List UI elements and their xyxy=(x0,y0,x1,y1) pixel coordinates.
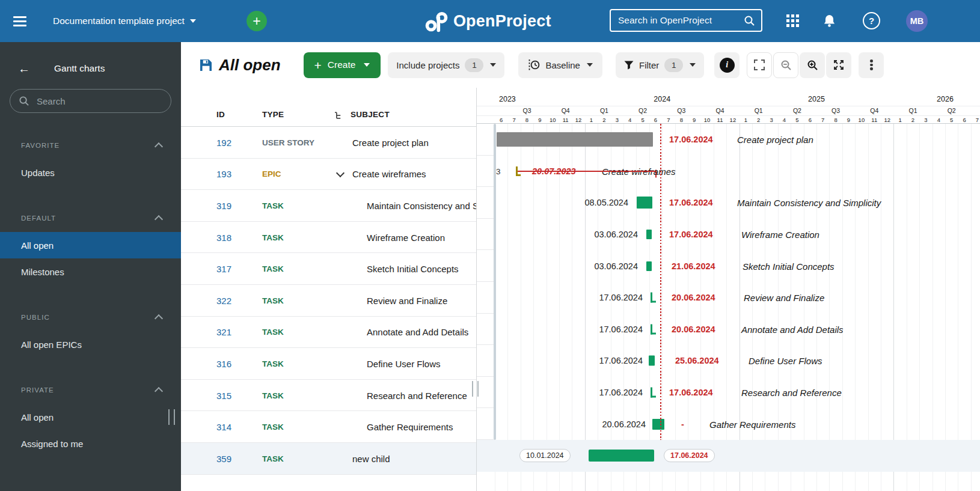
work-package-id-link[interactable]: 315 xyxy=(216,390,231,400)
gantt-row[interactable]: 17.06.2024Create project plan xyxy=(477,124,980,156)
sidebar-item-updates[interactable]: Updates xyxy=(0,159,181,186)
table-gantt-splitter-handle[interactable] xyxy=(472,381,479,397)
zoom-in-button[interactable] xyxy=(800,52,825,78)
work-package-subject[interactable]: Maintain Consistency and Simplicity xyxy=(367,200,476,210)
work-package-id-link[interactable]: 359 xyxy=(216,453,231,463)
save-icon[interactable] xyxy=(200,59,212,71)
gantt-date-chip[interactable]: 10.01.2024 xyxy=(519,449,571,462)
gantt-bar[interactable] xyxy=(637,197,652,209)
baseline-button[interactable]: Baseline xyxy=(518,52,602,78)
table-row[interactable]: 318TASKWireframe Creation xyxy=(181,222,476,254)
sidebar-item-all-open-private[interactable]: All open xyxy=(0,404,181,430)
zoom-out-button[interactable] xyxy=(773,52,798,78)
work-package-id-link[interactable]: 319 xyxy=(216,200,231,210)
table-row[interactable]: 192USER STORYCreate project plan xyxy=(181,127,476,159)
work-package-id-link[interactable]: 318 xyxy=(216,232,231,242)
work-package-subject[interactable]: Annotate and Add Details xyxy=(367,327,476,337)
gantt-bar[interactable] xyxy=(497,132,653,147)
collapse-chevron-icon[interactable] xyxy=(336,169,345,177)
gantt-bar[interactable] xyxy=(589,450,654,462)
gantt-row[interactable]: 320.07.2023Create wireframes xyxy=(477,156,980,188)
sidebar-item-label: Updates xyxy=(21,168,55,178)
sidebar-item-all-open[interactable]: All open xyxy=(0,232,181,258)
gantt-bar[interactable] xyxy=(652,419,664,430)
filter-button[interactable]: Filter 1 xyxy=(616,52,704,78)
column-header-id[interactable]: ID xyxy=(216,110,225,119)
sidebar-section-public[interactable]: PUBLIC xyxy=(21,313,162,322)
work-package-subject[interactable]: Sketch Initial Concepts xyxy=(367,264,476,274)
work-package-id-link[interactable]: 317 xyxy=(216,264,231,274)
work-package-subject[interactable]: new child xyxy=(352,453,476,463)
gantt-row[interactable]: 17.06.202417.06.2024Research and Referen… xyxy=(477,377,980,409)
table-row[interactable]: 316TASKDefine User Flows xyxy=(181,348,476,380)
sidebar-search-input[interactable] xyxy=(10,89,171,113)
work-package-id-link[interactable]: 322 xyxy=(216,295,231,305)
help-icon[interactable]: ? xyxy=(863,12,880,29)
table-row[interactable]: 319TASKMaintain Consistency and Simplici… xyxy=(181,190,476,222)
gantt-row[interactable]: 03.06.202421.06.2024Sketch Initial Conce… xyxy=(477,250,980,282)
column-header-type[interactable]: TYPE xyxy=(262,110,284,119)
work-package-id-link[interactable]: 314 xyxy=(216,422,231,432)
work-package-subject[interactable]: Gather Requirements xyxy=(367,422,476,432)
sidebar-item-all-open-epics[interactable]: All open EPICs xyxy=(0,331,181,358)
global-add-button[interactable]: + xyxy=(247,11,267,31)
sidebar-section-private[interactable]: PRIVATE xyxy=(21,386,162,394)
table-row[interactable]: 314TASKGather Requirements xyxy=(181,411,476,443)
apps-grid-icon[interactable] xyxy=(786,0,800,42)
gantt-row[interactable]: 10.01.202417.06.2024 xyxy=(477,440,980,472)
work-package-subject[interactable]: Wireframe Creation xyxy=(367,232,476,242)
work-package-subject[interactable]: Create project plan xyxy=(352,137,476,147)
work-package-subject[interactable]: Review and Finalize xyxy=(367,295,476,305)
create-button[interactable]: + Create xyxy=(304,52,381,78)
column-header-subject[interactable]: SUBJECT xyxy=(351,110,390,119)
gantt-row[interactable]: 08.05.202417.06.2024Maintain Consistency… xyxy=(477,187,980,219)
zoom-auto-button[interactable] xyxy=(747,52,772,78)
gantt-row[interactable]: 17.06.202420.06.2024Review and Finalize xyxy=(477,282,980,314)
global-search-input[interactable] xyxy=(611,15,744,26)
table-row[interactable]: 315TASKResearch and Reference xyxy=(181,380,476,412)
avatar[interactable]: MB xyxy=(906,10,928,32)
sidebar-resize-handle[interactable] xyxy=(168,409,175,425)
gantt-date-clamp[interactable] xyxy=(651,388,656,398)
fullscreen-button[interactable] xyxy=(826,52,851,78)
table-row[interactable]: 193EPICCreate wireframes xyxy=(181,159,476,191)
hierarchy-icon[interactable] xyxy=(334,111,343,120)
back-arrow-icon[interactable]: ← xyxy=(18,63,30,75)
notifications-bell-icon[interactable] xyxy=(823,0,836,42)
gantt-date-clamp[interactable] xyxy=(651,293,656,303)
search-icon[interactable] xyxy=(744,15,755,26)
global-search-box[interactable] xyxy=(610,9,762,32)
sidebar-section-default[interactable]: DEFAULT xyxy=(21,214,162,222)
gantt-row[interactable]: 20.06.2024-Gather Requirements xyxy=(477,408,980,440)
sidebar-search-box[interactable] xyxy=(10,89,171,113)
work-package-subject[interactable]: Define User Flows xyxy=(367,358,476,368)
gantt-date-clamp[interactable] xyxy=(651,324,656,334)
work-package-id-link[interactable]: 316 xyxy=(216,358,231,368)
gantt-date-chip[interactable]: 17.06.2024 xyxy=(664,449,715,462)
gantt-info-button[interactable]: i xyxy=(714,52,740,78)
table-row[interactable]: 321TASKAnnotate and Add Details xyxy=(181,317,476,349)
include-projects-button[interactable]: Include projects 1 xyxy=(388,52,504,78)
gantt-row[interactable]: 03.06.202417.06.2024Wireframe Creation xyxy=(477,219,980,251)
gantt-bar[interactable] xyxy=(646,230,652,239)
project-select-dropdown[interactable]: Documentation template project xyxy=(53,0,196,42)
gantt-bar[interactable] xyxy=(646,261,652,271)
openproject-logo[interactable]: OpenProject xyxy=(424,0,551,42)
table-row[interactable]: 317TASKSketch Initial Concepts xyxy=(181,253,476,285)
filter-label: Filter xyxy=(639,60,659,70)
work-package-subject[interactable]: Research and Reference xyxy=(367,390,476,400)
gantt-bar[interactable] xyxy=(649,356,655,366)
work-package-subject[interactable]: Create wireframes xyxy=(352,169,476,179)
table-row[interactable]: 322TASKReview and Finalize xyxy=(181,285,476,317)
settings-kebab-button[interactable] xyxy=(859,52,884,78)
sidebar-item-assigned-to-me[interactable]: Assigned to me xyxy=(0,430,181,457)
work-package-id-link[interactable]: 193 xyxy=(216,169,231,179)
hamburger-menu-icon[interactable] xyxy=(13,16,26,29)
gantt-row[interactable]: 17.06.202425.06.2024Define User Flows xyxy=(477,345,980,377)
table-row[interactable]: 359TASKnew child xyxy=(181,443,476,475)
sidebar-item-milestones[interactable]: Milestones xyxy=(0,258,181,285)
work-package-id-link[interactable]: 321 xyxy=(216,327,231,337)
gantt-row[interactable]: 17.06.202420.06.2024Annotate and Add Det… xyxy=(477,314,980,346)
work-package-id-link[interactable]: 192 xyxy=(216,137,231,147)
sidebar-section-favorite[interactable]: FAVORITE xyxy=(21,141,162,150)
